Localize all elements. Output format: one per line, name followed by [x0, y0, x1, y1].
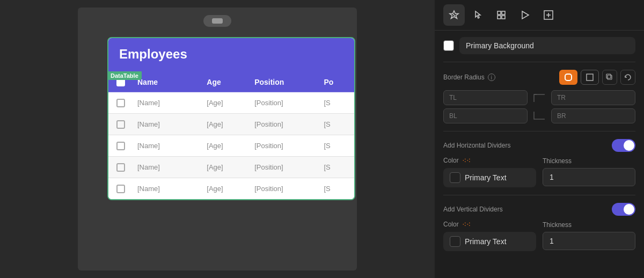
cell-extra-2: [S — [319, 135, 354, 156]
add-frame-icon — [543, 10, 554, 20]
svg-rect-3 — [497, 16, 501, 19]
corner-tr-field[interactable]: TR — [551, 90, 635, 105]
svg-rect-1 — [497, 11, 501, 14]
play-tool-button[interactable] — [514, 4, 536, 26]
horizontal-dividers-toggle[interactable] — [612, 139, 635, 152]
primary-background-swatch[interactable] — [443, 40, 454, 51]
row-checkbox[interactable] — [116, 99, 125, 107]
vertical-dividers-header: Add Vertical Dividers — [443, 203, 635, 216]
corner-lines-bottom-icon — [532, 111, 547, 121]
col-header-extra: Po — [319, 72, 354, 92]
row-checkbox-cell — [108, 142, 133, 150]
corner-icon-top — [531, 91, 548, 104]
row-checkbox[interactable] — [116, 185, 125, 193]
row-checkbox-cell — [108, 185, 133, 193]
pill-button[interactable] — [203, 15, 231, 27]
svg-rect-12 — [606, 74, 611, 78]
svg-rect-2 — [502, 11, 505, 14]
cell-age-0: [Age] — [202, 92, 250, 113]
copy-svg-icon — [606, 74, 613, 81]
add-frame-tool-button[interactable] — [538, 4, 559, 26]
copy-icon[interactable] — [602, 70, 617, 85]
cell-position-3: [Position] — [250, 157, 319, 178]
primary-background-row: Primary Background — [443, 37, 635, 54]
row-checkbox[interactable] — [116, 163, 125, 172]
row-checkbox[interactable] — [116, 120, 125, 129]
properties-content: Primary Background Border Radius i — [435, 31, 644, 278]
row-checkbox[interactable] — [116, 142, 125, 150]
v-thickness-field[interactable]: 1 — [543, 232, 635, 250]
v-color-label: Color ⁖⁖ — [443, 220, 536, 229]
svg-rect-10 — [587, 74, 593, 81]
datatable-tag: DataTable — [107, 71, 142, 80]
layout-tool-button[interactable] — [491, 4, 512, 26]
toolbar — [435, 0, 644, 31]
h-thickness-field[interactable]: 1 — [543, 168, 635, 186]
primary-background-field[interactable]: Primary Background — [459, 37, 635, 54]
layout-icon — [496, 10, 507, 20]
play-icon — [519, 10, 530, 20]
cell-extra-4: [S — [319, 178, 354, 199]
square-corners-icon — [586, 73, 594, 82]
cell-position-4: [Position] — [250, 178, 319, 199]
h-color-thickness-row: Color ⁖⁖ Primary Text Thickness 1 — [443, 156, 635, 187]
h-color-section: Color ⁖⁖ Primary Text — [443, 156, 536, 187]
svg-line-0 — [453, 14, 455, 16]
corner-lines-top-icon — [532, 92, 547, 103]
h-color-label: Color ⁖⁖ — [443, 156, 536, 165]
vertical-dividers-label: Add Vertical Dividers — [443, 206, 503, 213]
table-title: Employees — [108, 47, 198, 62]
table-row: [Name] [Age] [Position] [S — [108, 114, 354, 135]
row-checkbox-cell — [108, 120, 133, 129]
row-checkbox-cell — [108, 99, 133, 107]
corner-tl-field[interactable]: TL — [443, 90, 528, 105]
v-color-section: Color ⁖⁖ Primary Text — [443, 220, 536, 251]
design-icon — [449, 10, 459, 20]
row-checkbox-cell — [108, 163, 133, 172]
h-color-swatch — [450, 172, 460, 183]
corner-bl-field[interactable]: BL — [443, 108, 528, 123]
cell-age-2: [Age] — [202, 135, 250, 156]
v-color-field[interactable]: Primary Text — [443, 232, 536, 251]
reset-svg-icon — [624, 74, 632, 81]
v-color-icon: ⁖⁖ — [462, 220, 471, 229]
reset-icon[interactable] — [620, 70, 635, 85]
border-radius-label: Border Radius i — [443, 74, 495, 81]
table-row: [Name] [Age] [Position] [S — [108, 135, 354, 157]
separator-2 — [443, 131, 635, 131]
table-header-bg: Employees — [108, 38, 354, 72]
pill-icon — [212, 18, 223, 24]
v-thickness-section: Thickness 1 — [543, 221, 635, 250]
pointer-tool-button[interactable] — [467, 4, 488, 26]
cell-position-1: [Position] — [250, 114, 319, 135]
table-row: [Name] [Age] [Position] [S — [108, 92, 354, 114]
cell-age-1: [Age] — [202, 114, 250, 135]
cell-name-4: [Name] — [133, 178, 202, 199]
table-row: [Name] [Age] [Position] [S — [108, 178, 354, 199]
table-body: [Name] [Age] [Position] [S [Name] [Age] … — [108, 92, 354, 199]
vertical-dividers-toggle[interactable] — [612, 203, 635, 216]
v-color-text: Primary Text — [465, 237, 507, 246]
design-tool-button[interactable] — [443, 4, 465, 26]
datatable[interactable]: Employees Name Age Position Po [Name] — [107, 37, 355, 200]
rounded-all-icon — [564, 73, 573, 82]
col-header-age: Age — [202, 72, 250, 92]
corner-br-field[interactable]: BR — [551, 108, 635, 123]
svg-marker-5 — [522, 11, 529, 19]
h-color-text: Primary Text — [465, 173, 507, 182]
horizontal-dividers-header: Add Horizontal Dividers — [443, 139, 635, 152]
border-radius-rounded-button[interactable] — [559, 70, 577, 85]
col-header-name: Name — [133, 72, 202, 92]
corner-icon-bottom — [531, 109, 548, 122]
cell-name-1: [Name] — [133, 114, 202, 135]
cell-extra-0: [S — [319, 92, 354, 113]
h-color-field[interactable]: Primary Text — [443, 168, 536, 187]
cell-name-2: [Name] — [133, 135, 202, 156]
canvas-area: DataTable Employees Name Age Position Po — [78, 8, 357, 270]
v-color-thickness-row: Color ⁖⁖ Primary Text Thickness 1 — [443, 220, 635, 251]
cell-name-3: [Name] — [133, 157, 202, 178]
info-icon: i — [488, 74, 495, 81]
border-radius-row: Border Radius i — [443, 70, 635, 85]
border-radius-square-button[interactable] — [581, 70, 599, 85]
canvas-panel: DataTable Employees Name Age Position Po — [0, 0, 435, 278]
